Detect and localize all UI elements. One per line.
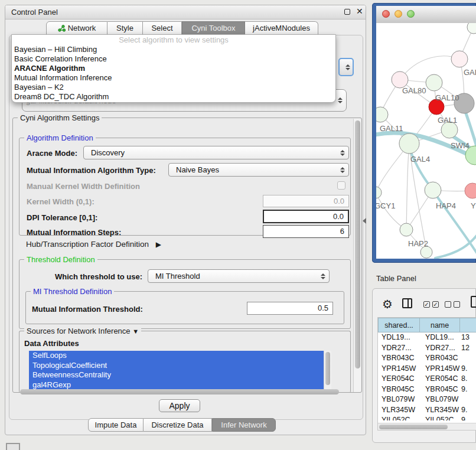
dropdown-item[interactable]: Basic Correlation Inference [12, 54, 335, 64]
dpi-tolerance-field[interactable]: 0.0 [263, 210, 349, 223]
column-header-shared-name[interactable]: shared... [378, 318, 420, 332]
mi-threshold-field[interactable]: 0.5 [247, 302, 333, 315]
checkbox-checked-icon[interactable]: ✓ [432, 301, 439, 308]
tab-select[interactable]: Select [143, 21, 182, 35]
apply-button[interactable]: Apply [159, 399, 200, 412]
tab-cyni-toolbox[interactable]: Cyni Toolbox [182, 21, 245, 35]
apply-button-label: Apply [169, 401, 190, 410]
mi-threshold-definition-group: MI Threshold Definition Mutual Informati… [25, 291, 344, 324]
inference-algorithm-combo-spinner[interactable] [338, 58, 354, 76]
manual-kernel-checkbox[interactable] [337, 181, 345, 190]
table-row[interactable]: YBL079WYBL079W [378, 394, 476, 405]
kernel-width-label: Kernel Width (0,1): [27, 197, 94, 206]
which-threshold-value: MI Threshold [152, 272, 317, 281]
settings-scrollbar-thumb[interactable] [355, 120, 360, 369]
spinner-arrows-icon [340, 167, 345, 173]
control-panel-title: Control Panel [11, 8, 58, 17]
float-window-icon[interactable] [344, 9, 350, 15]
mac-minimize-icon[interactable] [395, 10, 402, 18]
dropdown-item-aracne[interactable]: ARACNE Algorithm [12, 64, 335, 73]
mi-type-combo[interactable]: Naive Bayes [168, 163, 349, 177]
node-label-gal11: GAL11 [380, 124, 403, 133]
bottom-tab-impute-data[interactable]: Impute Data [88, 418, 144, 432]
control-panel-window: Control Panel ✕ Network Style Select Cyn… [5, 5, 366, 435]
columns-icon[interactable] [402, 298, 412, 308]
which-threshold-combo[interactable]: MI Threshold [148, 269, 330, 283]
data-attributes-list[interactable]: SelfLoops TopologicalCoefficient Between… [29, 351, 331, 392]
mi-steps-field[interactable]: 6 [263, 225, 349, 238]
tab-jactivemnodules-label: jActiveMNodules [253, 24, 310, 32]
tab-network-label: Network [68, 24, 96, 32]
minimized-panel-icon[interactable] [6, 443, 20, 450]
network-canvas[interactable]: GAL GAL80 GAL10 GAL1 GAL11 SWI4 GAL4 GCY… [376, 23, 476, 259]
bottom-tab-discretize-data[interactable]: Discretize Data [144, 418, 212, 432]
dpi-tolerance-label: DPI Tolerance [0,1]: [27, 213, 97, 222]
dropdown-item[interactable]: Bayesian – K2 [12, 83, 335, 92]
column-header-partial[interactable] [460, 318, 476, 332]
settings-vertical-scrollbar[interactable] [353, 119, 361, 392]
aracne-mode-value: Discovery [87, 148, 337, 157]
panel-collapse-grip-icon[interactable] [363, 218, 366, 224]
dropdown-item[interactable]: Dream8 DC_TDC Algorithm [12, 92, 335, 102]
table-horizontal-scrollbar[interactable] [378, 423, 476, 430]
node-label-gal10: GAL10 [435, 93, 459, 102]
bottom-tab-infer-network[interactable]: Infer Network [212, 418, 276, 432]
hub-section-header[interactable]: Hub/Transcription Factor Definition ▶ [26, 240, 161, 249]
close-icon[interactable]: ✕ [356, 6, 363, 16]
checkbox-checked-icon[interactable]: ✓ [423, 301, 430, 308]
node-label-gal-partial: GAL [464, 68, 476, 77]
table-row[interactable]: YER054CYER054C8. [378, 374, 476, 384]
bottom-tab-impute-label: Impute Data [95, 420, 137, 429]
tab-jactivemnodules[interactable]: jActiveMNodules [245, 21, 318, 35]
table-row[interactable]: YPR145WYPR145W9. [378, 364, 476, 374]
tab-style[interactable]: Style [107, 21, 143, 35]
checkbox-unchecked-icon[interactable] [445, 301, 451, 308]
spinner-arrows-icon [321, 273, 325, 279]
screenshot-root: Control Panel ✕ Network Style Select Cyn… [0, 0, 476, 450]
mi-threshold-definition-title: MI Threshold Definition [31, 287, 114, 296]
dropdown-item[interactable]: Mutual Information Inference [12, 73, 335, 83]
column-header-name[interactable]: name [420, 318, 460, 332]
table-row[interactable]: YDL19...YDL19...13 [378, 332, 476, 343]
spinner-arrows-icon [340, 150, 345, 156]
tab-cyni-toolbox-label: Cyni Toolbox [191, 24, 235, 32]
network-view-window: GAL GAL80 GAL10 GAL1 GAL11 SWI4 GAL4 GCY… [372, 3, 476, 263]
mac-zoom-icon[interactable] [407, 10, 415, 18]
list-vertical-scrollbar[interactable] [324, 351, 331, 392]
settings-hscrollbar-thumb[interactable] [20, 389, 339, 394]
table-row[interactable]: YIL052CYIL052C9 [378, 415, 476, 420]
tab-network[interactable]: Network [46, 21, 107, 35]
list-item-selected[interactable]: gal4RGexp [29, 380, 331, 390]
table-row[interactable]: YBR043CYBR043C [378, 353, 476, 364]
sources-title[interactable]: Sources for Network Inference ▼ [24, 327, 141, 336]
kernel-width-field: 0.0 [263, 195, 349, 207]
which-threshold-label: Which threshold to use: [55, 272, 142, 281]
table-row[interactable]: YBR045CYBR045C9. [378, 384, 476, 395]
list-item-selected[interactable]: SelfLoops [29, 351, 331, 361]
node-label-gal4: GAL4 [410, 155, 430, 164]
table-hscrollbar-thumb[interactable] [379, 425, 448, 429]
list-scrollbar-thumb[interactable] [325, 352, 330, 385]
mi-type-label: Mutual Information Algorithm Type: [27, 166, 156, 175]
document-icon[interactable] [471, 296, 476, 308]
sources-group: Sources for Network Inference ▼ Data Att… [19, 331, 351, 393]
control-panel-titlebar[interactable]: Control Panel ✕ [5, 5, 366, 19]
node-label-gal1: GAL1 [438, 116, 457, 125]
table-panel-title: Table Panel [376, 274, 416, 283]
checkbox-unchecked-icon[interactable] [454, 301, 460, 308]
list-item-selected[interactable]: TopologicalCoefficient [29, 361, 331, 371]
aracne-mode-combo[interactable]: Discovery [83, 146, 349, 159]
chevron-right-icon: ▶ [156, 240, 161, 249]
dropdown-placeholder: Select algorithm to view settings [12, 35, 335, 45]
settings-horizontal-scrollbar[interactable] [19, 389, 354, 393]
mac-close-icon[interactable] [382, 10, 390, 18]
table-row[interactable]: YDR27...YDR27...12 [378, 343, 476, 354]
network-window-titlebar[interactable] [376, 6, 476, 24]
dropdown-item[interactable]: Bayesian – Hill Climbing [12, 45, 335, 54]
table-row[interactable]: YLR345WYLR345W9. [378, 405, 476, 416]
spinner-arrows-icon [338, 97, 343, 103]
mi-type-value: Naive Bayes [172, 165, 337, 174]
list-item-selected[interactable]: BetweennessCentrality [29, 370, 331, 380]
algorithm-definition-title: Algorithm Definition [24, 133, 96, 142]
gear-icon[interactable]: ⚙ [382, 297, 393, 311]
